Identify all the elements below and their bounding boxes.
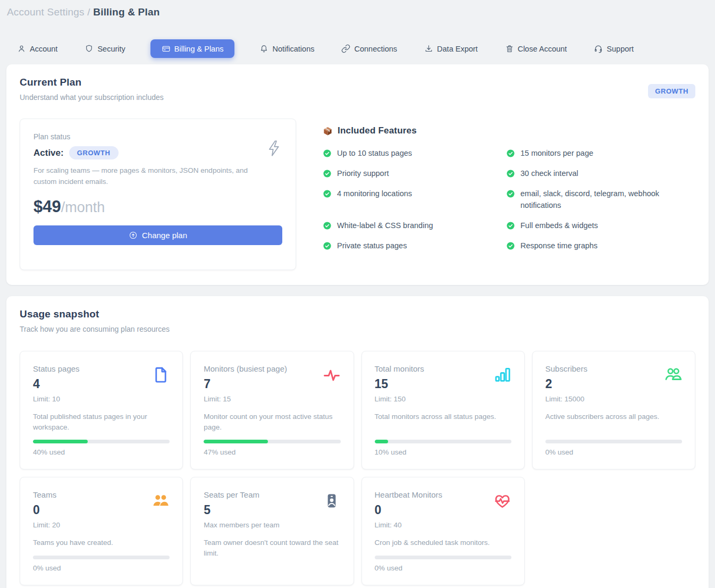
shield-icon — [85, 44, 94, 53]
tab-label: Notifications — [272, 45, 314, 53]
usage-card-value: 7 — [204, 377, 287, 391]
activity-icon — [323, 366, 341, 384]
tab-close-account[interactable]: Close Account — [505, 44, 567, 53]
usage-card-title: Teams — [33, 490, 60, 499]
tab-billing-plans[interactable]: Billing & Plans — [150, 39, 235, 58]
usage-card-title: Total monitors — [375, 364, 424, 373]
check-icon — [323, 169, 332, 178]
feature-item: Priority support — [323, 167, 482, 179]
feature-item: email, slack, discord, telegram, webhook… — [506, 188, 666, 211]
usage-progress-bar — [204, 440, 340, 443]
feature-item: Up to 10 status pages — [323, 147, 482, 159]
breadcrumb-section[interactable]: Account Settings / — [7, 6, 90, 18]
plan-status-value: Active: — [33, 148, 64, 158]
usage-percent-label: 47% used — [204, 448, 340, 456]
tab-data-export[interactable]: Data Export — [424, 44, 478, 53]
plan-price: $49/month — [33, 197, 282, 216]
file-icon — [152, 366, 170, 384]
usage-card-description: Total published status pages in your wor… — [33, 411, 170, 432]
included-features-title: Included Features — [338, 125, 417, 136]
feature-item: Response time graphs — [506, 240, 666, 251]
usage-percent-label: 0% used — [545, 448, 682, 456]
usage-progress-bar — [375, 440, 511, 443]
tab-connections[interactable]: Connections — [341, 44, 397, 53]
usage-card-limit: Limit: 40 — [375, 521, 443, 529]
usage-card-limit: Limit: 15000 — [545, 395, 587, 403]
usage-card-monitors-busiest: Monitors (busiest page) 7 Limit: 15 Moni… — [190, 351, 354, 469]
usage-card-limit: Max members per team — [204, 521, 280, 529]
tab-account[interactable]: Account — [17, 44, 57, 53]
current-plan-panel: Current Plan Understand what your subscr… — [6, 64, 709, 285]
current-plan-subtitle: Understand what your subscription includ… — [20, 93, 164, 102]
usage-card-value: 2 — [545, 377, 587, 391]
check-icon — [323, 241, 332, 250]
tab-label: Support — [607, 45, 634, 53]
usage-card-total-monitors: Total monitors 15 Limit: 150 Total monit… — [361, 351, 525, 469]
usage-card-value: 0 — [33, 503, 60, 517]
change-plan-label: Change plan — [142, 231, 187, 240]
usage-percent-label: 40% used — [33, 448, 170, 456]
feature-item: Private status pages — [323, 240, 482, 251]
lightning-icon — [266, 139, 282, 157]
current-plan-title: Current Plan — [20, 77, 164, 88]
tab-notifications[interactable]: Notifications — [259, 44, 314, 53]
usage-percent-label: 10% used — [375, 448, 511, 456]
usage-card-limit: Limit: 10 — [33, 395, 80, 403]
tab-label: Data Export — [437, 45, 478, 53]
feature-item: 4 monitoring locations — [323, 188, 482, 211]
check-icon — [323, 189, 332, 198]
usage-card-description: Team owner doesn't count toward the seat… — [204, 537, 340, 558]
plan-status-badge: GROWTH — [69, 146, 119, 159]
usage-card-teams: Teams 0 Limit: 20 Teams you have created… — [20, 477, 183, 585]
empty-grid-cell — [532, 477, 695, 585]
check-icon — [506, 149, 515, 158]
usage-card-limit: Limit: 150 — [375, 395, 424, 403]
tab-label: Close Account — [518, 45, 567, 53]
usage-progress-bar — [33, 440, 170, 443]
change-plan-button[interactable]: Change plan — [33, 225, 282, 245]
usage-card-title: Seats per Team — [204, 490, 280, 499]
download-icon — [424, 44, 433, 53]
feature-item: White-label & CSS branding — [323, 220, 482, 231]
tab-label: Billing & Plans — [174, 45, 224, 53]
usage-card-seats-per-team: Seats per Team 5 Max members per team Te… — [190, 477, 354, 585]
breadcrumb: Account Settings / Billing & Plan — [0, 0, 715, 18]
feature-item: Full embeds & widgets — [506, 220, 666, 231]
usage-snapshot-panel: Usage snapshot Track how you are consumi… — [6, 296, 709, 588]
usage-card-value: 4 — [33, 377, 80, 391]
usage-progress-bar — [375, 556, 511, 559]
usage-card-title: Monitors (busiest page) — [204, 364, 287, 373]
price-amount: $49 — [33, 197, 61, 216]
price-period: /month — [61, 199, 105, 215]
usage-card-description: Teams you have created. — [33, 537, 170, 548]
headset-icon — [594, 44, 603, 53]
usage-card-limit: Limit: 15 — [204, 395, 287, 403]
usage-subtitle: Track how you are consuming plan resourc… — [20, 325, 695, 333]
usage-progress-bar — [33, 556, 170, 559]
id-badge-icon — [323, 492, 341, 510]
plan-badge: GROWTH — [648, 84, 695, 98]
usage-card-heartbeat-monitors: Heartbeat Monitors 0 Limit: 40 Cron job … — [361, 477, 525, 585]
settings-tabs: Account Security Billing & Plans Notific… — [17, 39, 715, 58]
users-filled-icon — [152, 492, 170, 510]
link-icon — [341, 44, 350, 53]
usage-card-subscribers: Subscribers 2 Limit: 15000 Active subscr… — [532, 351, 695, 469]
check-icon — [323, 149, 332, 158]
usage-card-title: Heartbeat Monitors — [375, 490, 443, 499]
tab-label: Account — [30, 45, 57, 53]
usage-card-title: Status pages — [33, 364, 80, 373]
user-icon — [17, 44, 26, 53]
tab-label: Security — [97, 45, 125, 53]
usage-card-limit: Limit: 20 — [33, 521, 60, 529]
tab-security[interactable]: Security — [85, 44, 125, 53]
check-icon — [506, 189, 515, 198]
credit-card-icon — [162, 44, 171, 53]
usage-percent-label: 0% used — [375, 564, 511, 572]
usage-card-description: Total monitors across all status pages. — [375, 411, 511, 422]
usage-card-value: 15 — [375, 377, 424, 391]
usage-card-title: Subscribers — [545, 364, 587, 373]
bell-icon — [259, 44, 268, 53]
tab-support[interactable]: Support — [594, 44, 634, 53]
included-features: Included Features Up to 10 status pages … — [323, 119, 695, 270]
check-icon — [506, 169, 515, 178]
